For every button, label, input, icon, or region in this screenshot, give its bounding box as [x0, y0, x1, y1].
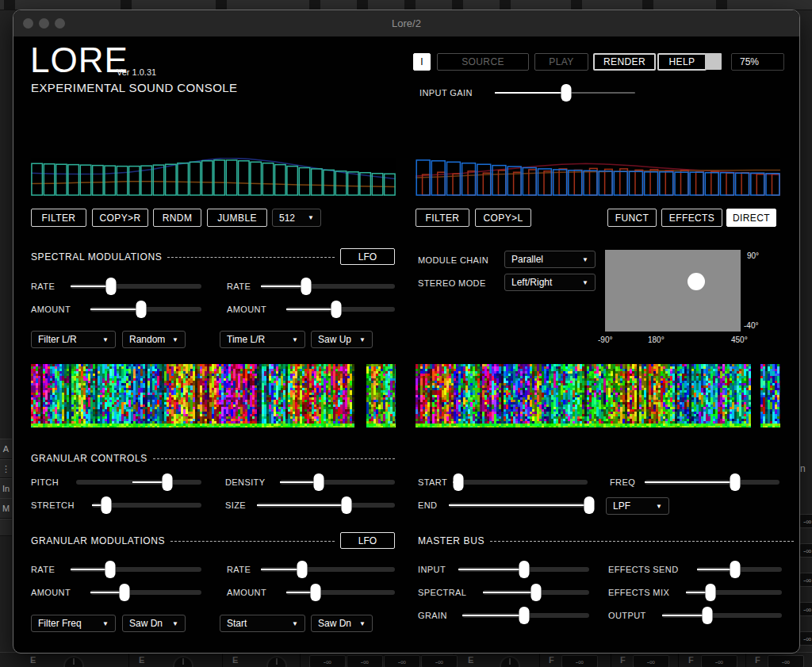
slider-track[interactable]: [90, 590, 201, 595]
xy-pad-handle[interactable]: [688, 273, 705, 290]
daw-level-value[interactable]: -∞: [799, 543, 812, 558]
granular-lfo2-rate-slider[interactable]: RATE: [227, 561, 395, 578]
source-button[interactable]: SOURCE: [437, 53, 529, 71]
slider-track[interactable]: [90, 307, 201, 312]
slider-track[interactable]: [453, 480, 588, 485]
spectral-lfo-button[interactable]: LFO: [340, 248, 395, 265]
io-indicator-button[interactable]: I: [413, 53, 431, 71]
effects-send-slider[interactable]: EFFECTS SEND: [608, 561, 782, 578]
daw-level-value[interactable]: -∞: [701, 655, 737, 667]
end-slider[interactable]: END: [418, 496, 593, 514]
direct-tab-button[interactable]: DIRECT: [726, 209, 776, 227]
window-minimize-button[interactable]: [39, 18, 49, 29]
slider-handle[interactable]: [310, 584, 320, 601]
stretch-slider[interactable]: STRETCH: [31, 496, 201, 514]
slider-handle[interactable]: [120, 584, 130, 601]
slider-handle[interactable]: [136, 301, 147, 318]
slider-track[interactable]: [76, 480, 201, 485]
daw-track-control[interactable]: [0, 519, 12, 536]
slider-track[interactable]: [71, 284, 201, 289]
slider-track[interactable]: [462, 613, 589, 618]
daw-knob[interactable]: [266, 656, 287, 667]
slider-handle[interactable]: [730, 561, 741, 578]
window-close-button[interactable]: [23, 18, 33, 29]
density-slider[interactable]: DENSITY: [225, 473, 395, 491]
right-spectrogram[interactable]: [416, 364, 780, 427]
slider-handle[interactable]: [163, 473, 173, 491]
slider-track[interactable]: [483, 590, 589, 595]
input-gain-slider[interactable]: INPUT GAIN: [419, 84, 635, 102]
slider-track[interactable]: [286, 307, 395, 312]
effects-mix-slider[interactable]: EFFECTS MIX: [608, 584, 782, 601]
granular-lfo-button[interactable]: LFO: [340, 532, 395, 549]
jumble-button[interactable]: JUMBLE: [207, 209, 267, 227]
module-chain-select[interactable]: Parallel ▼: [504, 251, 596, 268]
slider-handle[interactable]: [531, 584, 542, 601]
daw-level-value[interactable]: -∞: [347, 655, 383, 667]
daw-level-value[interactable]: -∞: [421, 655, 458, 667]
daw-level-value[interactable]: -∞: [561, 655, 598, 667]
granular-lfo2-shape-select[interactable]: Saw Dn ▼: [311, 615, 373, 632]
slider-track[interactable]: [286, 590, 395, 595]
slider-handle[interactable]: [519, 561, 529, 578]
daw-level-value[interactable]: -∞: [799, 602, 812, 616]
phase-xy-pad[interactable]: [605, 250, 741, 332]
slider-handle[interactable]: [301, 278, 312, 295]
master-grain-slider[interactable]: GRAIN: [418, 607, 589, 624]
granular-lfo1-shape-select[interactable]: Saw Dn ▼: [122, 615, 186, 632]
daw-level-value[interactable]: -∞: [384, 655, 420, 667]
effects-tab-button[interactable]: EFFECTS: [661, 209, 722, 227]
daw-level-value[interactable]: -∞: [309, 655, 346, 667]
daw-track-control[interactable]: M: [0, 498, 12, 519]
master-input-slider[interactable]: INPUT: [418, 561, 589, 578]
slider-handle[interactable]: [730, 473, 740, 491]
size-slider[interactable]: SIZE: [225, 496, 395, 514]
spectral-lfo1-shape-select[interactable]: Random ▼: [122, 331, 186, 348]
daw-knob[interactable]: [63, 656, 84, 667]
slider-track[interactable]: [686, 590, 782, 595]
slider-handle[interactable]: [703, 607, 713, 624]
slider-handle[interactable]: [297, 561, 308, 578]
zoom-level-box[interactable]: 75%: [731, 53, 784, 71]
left-filter-button[interactable]: FILTER: [31, 209, 86, 227]
granular-lfo2-amount-slider[interactable]: AMOUNT: [227, 584, 395, 601]
slider-track[interactable]: [449, 503, 593, 508]
right-spectrum-display[interactable]: [416, 158, 780, 196]
slider-track[interactable]: [662, 613, 782, 618]
slider-track[interactable]: [280, 480, 395, 485]
start-slider[interactable]: START: [418, 473, 588, 491]
daw-track-control[interactable]: ⋮: [0, 459, 12, 478]
spectral-lfo1-rate-slider[interactable]: RATE: [31, 278, 201, 295]
daw-track-control[interactable]: A: [0, 439, 12, 459]
pitch-slider[interactable]: PITCH: [31, 473, 201, 491]
slider-track[interactable]: [458, 567, 589, 572]
daw-level-value[interactable]: -∞: [799, 514, 812, 528]
slider-handle[interactable]: [331, 301, 342, 318]
slider-track[interactable]: [71, 567, 201, 572]
slider-track[interactable]: [257, 503, 395, 508]
slider-handle[interactable]: [342, 496, 352, 514]
spectral-lfo2-amount-slider[interactable]: AMOUNT: [227, 301, 395, 318]
daw-track-control[interactable]: In: [0, 478, 12, 499]
spectral-lfo2-target-select[interactable]: Time L/R ▼: [220, 331, 305, 348]
slider-handle[interactable]: [519, 607, 530, 624]
slider-handle[interactable]: [105, 561, 115, 578]
window-titlebar[interactable]: Lore/2: [13, 10, 799, 36]
copy-to-left-button[interactable]: COPY>L: [475, 209, 531, 227]
daw-level-value[interactable]: -∞: [799, 573, 812, 587]
slider-handle[interactable]: [314, 473, 324, 491]
slider-track[interactable]: [92, 503, 201, 508]
left-spectrogram[interactable]: [31, 364, 396, 427]
slider-handle[interactable]: [584, 496, 594, 514]
granular-lfo1-rate-slider[interactable]: RATE: [31, 561, 201, 578]
spectral-lfo2-shape-select[interactable]: Saw Up ▼: [311, 331, 373, 348]
funct-tab-button[interactable]: FUNCT: [607, 209, 657, 227]
copy-to-right-button[interactable]: COPY>R: [92, 209, 148, 227]
help-button[interactable]: HELP: [657, 53, 707, 71]
slider-track[interactable]: [697, 567, 782, 572]
grain-filter-type-select[interactable]: LPF ▼: [606, 497, 669, 515]
daw-knob[interactable]: [500, 656, 520, 667]
spectral-lfo1-target-select[interactable]: Filter L/R ▼: [31, 331, 116, 348]
slider-track[interactable]: [495, 90, 635, 95]
slider-handle[interactable]: [706, 584, 716, 601]
